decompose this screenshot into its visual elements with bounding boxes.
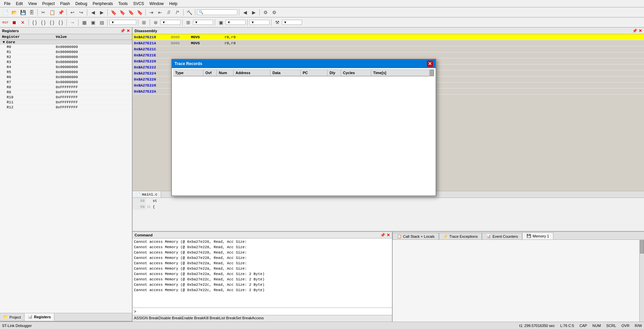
- tb-step-over[interactable]: { }: [39, 19, 47, 26]
- scroll-thumb[interactable]: [640, 240, 644, 254]
- disasm-addr-5: 0xBA27E222: [134, 65, 171, 69]
- options-dropdown[interactable]: ▼: [282, 20, 302, 25]
- disasm-addr-8: 0xBA27E228: [134, 84, 171, 88]
- tb-cut[interactable]: ✂: [39, 9, 47, 16]
- tb-undo[interactable]: ↩: [68, 9, 77, 16]
- source-tab-main1c[interactable]: 📄 main1.c: [133, 191, 161, 198]
- tb-paste[interactable]: 📌: [57, 9, 65, 16]
- menu-help[interactable]: Help: [166, 1, 180, 7]
- command-output: Cannot access Memory (@ 0xba27e226, Read…: [133, 238, 392, 308]
- source-bp-58[interactable]: [146, 198, 151, 204]
- tab-event-counters[interactable]: 📊 Event Counters: [482, 233, 522, 239]
- modal-scrollbar[interactable]: [430, 69, 434, 76]
- col-ovf: Ovf: [203, 70, 217, 76]
- tb-debug-btn2[interactable]: ⊞: [184, 19, 192, 26]
- tb-unindent[interactable]: ⇤: [156, 9, 164, 16]
- tb-settings[interactable]: ⚙: [261, 9, 269, 16]
- close-command-icon[interactable]: ✕: [387, 233, 390, 237]
- tb-step-out[interactable]: { }: [48, 19, 56, 26]
- disasm-row-3[interactable]: 0xBA27E21E: [133, 52, 644, 58]
- command-pin-icon[interactable]: 📌: [380, 233, 385, 237]
- tb-settings2[interactable]: ⚙: [270, 9, 278, 16]
- tb-next-instr[interactable]: →: [68, 19, 77, 26]
- autocomplete-text: ASSIGN BreakDisable BreakEnable BreakKil…: [134, 316, 264, 320]
- close-disasm-icon[interactable]: ✕: [639, 29, 642, 33]
- disasm-row-2[interactable]: 0xBA27E21C: [133, 46, 644, 52]
- menu-tools[interactable]: Tools: [116, 1, 131, 7]
- tb-open[interactable]: 📂: [10, 9, 18, 16]
- menu-peripherals[interactable]: Peripherals: [90, 1, 116, 7]
- disasm-pin-icon[interactable]: 📌: [632, 29, 637, 33]
- tb-green-icon[interactable]: ▣: [217, 19, 225, 26]
- tb-uncomment[interactable]: /*: [174, 9, 182, 16]
- menu-project[interactable]: Project: [40, 1, 57, 7]
- menu-debug[interactable]: Debug: [73, 1, 90, 7]
- command-input[interactable]: [138, 310, 391, 314]
- disasm-row-1[interactable]: 0xBA27E21A 0000 MOVS r0,r0: [133, 40, 644, 46]
- tb-disasm[interactable]: ▦: [80, 19, 88, 26]
- tb-bookmark4[interactable]: 🔖: [136, 9, 144, 16]
- source-bp-59[interactable]: □: [146, 204, 151, 210]
- tb-watch[interactable]: ⊛: [152, 19, 160, 26]
- tab-call-stack-locals[interactable]: 📋 Call Stack + Locals: [393, 233, 439, 239]
- tb-stop[interactable]: ⏹: [10, 19, 18, 26]
- tb-run-to[interactable]: { }: [57, 19, 65, 26]
- tab-memory-1[interactable]: 💾 Memory 1: [522, 232, 553, 239]
- tb-forward[interactable]: ▶: [98, 9, 106, 16]
- tb-find-prev[interactable]: ◀: [241, 9, 249, 16]
- tb-back[interactable]: ◀: [89, 9, 97, 16]
- reg-r7-value: 0x00000000: [54, 80, 132, 85]
- modal-scroll-thumb[interactable]: [430, 69, 434, 76]
- right-scroll[interactable]: [639, 240, 644, 322]
- tb-step-into[interactable]: { }: [31, 19, 39, 26]
- location-value: L:76 C:5: [560, 324, 574, 328]
- menu-svcs[interactable]: SVCS: [131, 1, 147, 7]
- view-dropdown[interactable]: ▼: [160, 20, 181, 25]
- tb-mixed[interactable]: ▤: [98, 19, 106, 26]
- tb-save[interactable]: 💾: [19, 9, 27, 16]
- toolbar-1: 📄 📂 💾 🗄 ✂ 📋 📌 ↩ ↪ ◀ ▶ 🔖 🔖 🔖 🔖 ⇥ ⇤ // /* …: [0, 7, 644, 17]
- trace-dropdown[interactable]: ▼: [193, 20, 213, 25]
- menu-view[interactable]: View: [26, 1, 40, 7]
- tb-find-next[interactable]: ▶: [250, 9, 258, 16]
- tb-mem-view[interactable]: ⊞: [140, 19, 148, 26]
- menu-window[interactable]: Window: [147, 1, 166, 7]
- menu-edit[interactable]: Edit: [13, 1, 26, 7]
- tb-stop2[interactable]: ✕: [19, 19, 27, 26]
- disasm-row-0[interactable]: 0xBA27E218 0000 MOVS r0,r0: [133, 34, 644, 40]
- trace-dropdown2[interactable]: ▼: [226, 20, 246, 25]
- modal-close-button[interactable]: ✕: [427, 61, 433, 67]
- display-dropdown[interactable]: ▼: [249, 20, 269, 25]
- tb-saveall[interactable]: 🗄: [28, 9, 36, 16]
- tb-rst[interactable]: RST: [1, 19, 9, 26]
- tb-bookmark1[interactable]: 🔖: [109, 9, 117, 16]
- tb-indent[interactable]: ⇥: [147, 9, 155, 16]
- core-group[interactable]: ▼ Core: [0, 40, 132, 45]
- close-registers-icon[interactable]: ✕: [127, 29, 130, 33]
- tb-bookmark2[interactable]: 🔖: [118, 9, 126, 16]
- tb-redo[interactable]: ↪: [77, 9, 85, 16]
- reg-r5-value: 0x00000000: [54, 70, 132, 74]
- command-input-row[interactable]: >: [133, 308, 392, 315]
- collapse-icon: ▼: [3, 40, 5, 44]
- tb-new[interactable]: 📄: [1, 9, 9, 16]
- search-box[interactable]: 🔍: [197, 9, 237, 15]
- menu-flash[interactable]: Flash: [57, 1, 72, 7]
- tb-bookmark3[interactable]: 🔖: [127, 9, 135, 16]
- modal-table: Type Ovf Num Address Data PC Dly Cycles …: [173, 69, 434, 76]
- tb-comment[interactable]: //: [165, 9, 173, 16]
- sep-3: [87, 9, 87, 16]
- trace-records-modal[interactable]: Trace Records ✕ Type Ovf Num Address Dat…: [171, 59, 436, 196]
- tb-options[interactable]: ⚒: [273, 19, 281, 26]
- pin-icon[interactable]: 📌: [120, 29, 125, 33]
- registers-icon: 📊: [28, 315, 33, 319]
- menu-file[interactable]: File: [1, 1, 13, 7]
- tb-source[interactable]: ▣: [89, 19, 97, 26]
- tab-project[interactable]: 📁 Project: [0, 313, 24, 321]
- sep-d1: [29, 19, 29, 26]
- tb-copy[interactable]: 📋: [48, 9, 56, 16]
- tab-trace-exceptions[interactable]: ⚡ Trace Exceptions: [439, 233, 482, 239]
- tb-build[interactable]: 🔨: [185, 9, 193, 16]
- tab-registers[interactable]: 📊 Registers: [24, 313, 54, 321]
- debug-dropdown[interactable]: ▼: [109, 20, 136, 25]
